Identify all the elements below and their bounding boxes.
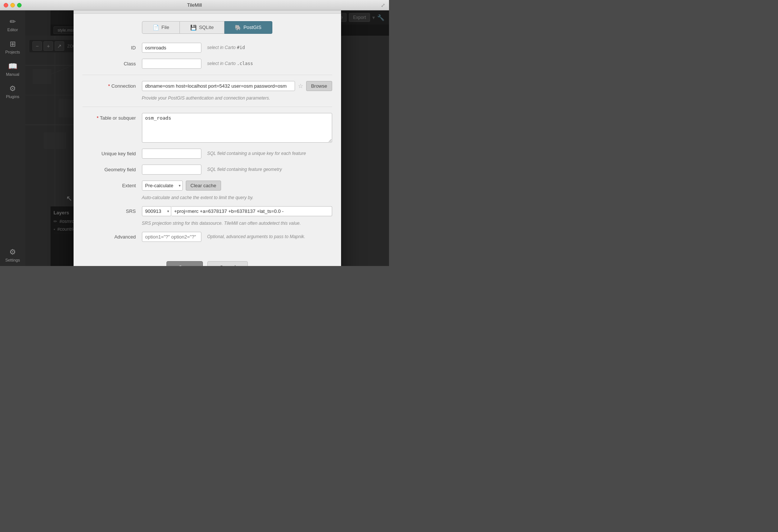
table-label: Table or subquer (82, 113, 142, 121)
divider-2 (82, 107, 332, 107)
id-form-row: ID select in Carto #id (82, 43, 332, 53)
sidebar-item-label: Projects (5, 50, 20, 54)
class-label: Class (82, 59, 142, 66)
tab-sqlite-label: SQLite (199, 25, 214, 30)
tab-bar: 📄 File 💾 SQLite 🐘 PostGIS (82, 21, 332, 34)
browse-button[interactable]: Browse (306, 81, 332, 91)
srs-form-row: SRS 900913 4326 Custom ▾ (82, 206, 332, 226)
connection-field-content: ☆ Browse Provide your PostGIS authentica… (142, 81, 332, 101)
sidebar-item-label: Manual (6, 72, 19, 77)
sqlite-tab-icon: 💾 (190, 25, 197, 30)
tab-file[interactable]: 📄 File (142, 21, 180, 34)
sidebar-item-plugins[interactable]: ⚙ Plugins (0, 80, 25, 103)
extent-select-wrapper: Pre-calculate Custom Auto ▾ (142, 181, 183, 191)
advanced-input[interactable] (142, 232, 201, 242)
advanced-form-row: Advanced Optional, advanced arguments to… (82, 232, 332, 242)
editor-icon: ✏ (10, 17, 16, 26)
clear-cache-button[interactable]: Clear cache (186, 181, 221, 191)
uniquekey-input[interactable] (142, 149, 201, 159)
title-bar: TileMill ⤢ (0, 0, 389, 10)
extent-controls: Pre-calculate Custom Auto ▾ Clear cache (142, 181, 332, 191)
uniquekey-label: Unique key field (82, 149, 142, 156)
close-button[interactable] (4, 3, 8, 7)
divider-1 (82, 75, 332, 75)
left-sidebar: ✏ Editor ⊞ Projects 📖 Manual ⚙ Plugins ⚙… (0, 10, 25, 266)
id-field-content: select in Carto #id (142, 43, 332, 53)
file-tab-icon: 📄 (153, 25, 159, 30)
modal-body: 📄 File 💾 SQLite 🐘 PostGIS (74, 14, 341, 255)
sidebar-item-manual[interactable]: 📖 Manual (0, 58, 25, 80)
connection-row: ☆ Browse (142, 81, 332, 91)
edit-modal: Edit osmroads × 📄 File 💾 SQLite (74, 10, 341, 266)
modal-overlay: Edit osmroads × 📄 File 💾 SQLite (25, 10, 389, 266)
minimize-button[interactable] (10, 3, 15, 7)
sidebar-item-label: Editor (7, 27, 18, 32)
sidebar-item-editor[interactable]: ✏ Editor (0, 13, 25, 36)
tab-file-label: File (161, 25, 169, 30)
modal-cancel-button[interactable]: Cancel (207, 261, 248, 266)
id-label: ID (82, 43, 142, 51)
table-input[interactable]: osm_roads (142, 113, 332, 143)
geometry-hint: SQL field containing feature geometry (207, 167, 282, 172)
extent-select[interactable]: Pre-calculate Custom Auto (142, 181, 183, 191)
geometry-input[interactable] (142, 165, 201, 175)
advanced-hint: Optional, advanced arguments to pass to … (207, 234, 305, 239)
srs-controls: 900913 4326 Custom ▾ (142, 206, 332, 216)
postgis-tab-icon: 🐘 (235, 25, 241, 30)
manual-icon: 📖 (8, 62, 17, 71)
connection-label: Connection (82, 81, 142, 89)
tab-postgis-label: PostGIS (243, 25, 261, 30)
tab-postgis[interactable]: 🐘 PostGIS (224, 21, 272, 34)
uniquekey-hint: SQL field containing a unique key for ea… (207, 151, 306, 156)
modal-header: Edit osmroads × (74, 10, 341, 14)
maximize-button[interactable] (17, 3, 22, 7)
id-input[interactable] (142, 43, 201, 53)
class-field-content: select in Carto .class (142, 59, 332, 69)
traffic-lights (4, 3, 22, 7)
sidebar-item-settings[interactable]: ⚙ Settings (0, 244, 25, 266)
resize-icon: ⤢ (381, 2, 385, 8)
star-button[interactable]: ☆ (296, 82, 305, 90)
sidebar-item-projects[interactable]: ⊞ Projects (0, 36, 25, 58)
extent-hint: Auto-calculate and cache the extent to l… (142, 195, 332, 200)
settings-icon: ⚙ (9, 247, 16, 256)
extent-form-row: Extent Pre-calculate Custom Auto ▾ (82, 181, 332, 200)
class-input[interactable] (142, 59, 201, 69)
sidebar-item-label: Plugins (6, 94, 19, 99)
srs-field-content: 900913 4326 Custom ▾ SRS projection stri… (142, 206, 332, 226)
uniquekey-form-row: Unique key field SQL field containing a … (82, 149, 332, 159)
connection-hint: Provide your PostGIS authentication and … (142, 95, 270, 101)
class-hint: select in Carto .class (207, 61, 253, 66)
geometry-form-row: Geometry field SQL field containing feat… (82, 165, 332, 175)
window-title: TileMill (187, 2, 202, 8)
table-form-row: Table or subquer osm_roads (82, 113, 332, 143)
srs-select-wrapper: 900913 4326 Custom ▾ (142, 206, 171, 216)
id-hint: select in Carto #id (207, 45, 245, 50)
modal-footer: Save Cancel (74, 255, 341, 266)
plugins-icon: ⚙ (9, 84, 16, 93)
class-form-row: Class select in Carto .class (82, 59, 332, 69)
tab-sqlite[interactable]: 💾 SQLite (180, 21, 224, 34)
srs-hint: SRS projection string for this datasourc… (142, 221, 332, 226)
sidebar-item-label: Settings (5, 258, 20, 262)
extent-label: Extent (82, 181, 142, 188)
advanced-field-content: Optional, advanced arguments to pass to … (142, 232, 332, 242)
geometry-field-content: SQL field containing feature geometry (142, 165, 332, 175)
srs-label: SRS (82, 206, 142, 214)
extent-field-content: Pre-calculate Custom Auto ▾ Clear cache … (142, 181, 332, 200)
connection-form-row: Connection ☆ Browse Provide your PostGIS… (82, 81, 332, 101)
connection-input[interactable] (142, 81, 295, 91)
srs-string-input[interactable] (171, 206, 332, 216)
modal-save-button[interactable]: Save (166, 261, 203, 266)
srs-select[interactable]: 900913 4326 Custom (142, 206, 171, 216)
geometry-label: Geometry field (82, 165, 142, 172)
advanced-label: Advanced (82, 232, 142, 240)
projects-icon: ⊞ (10, 39, 16, 48)
window-controls-right: ⤢ (381, 2, 385, 8)
uniquekey-field-content: SQL field containing a unique key for ea… (142, 149, 332, 159)
table-field-content: osm_roads (142, 113, 332, 143)
